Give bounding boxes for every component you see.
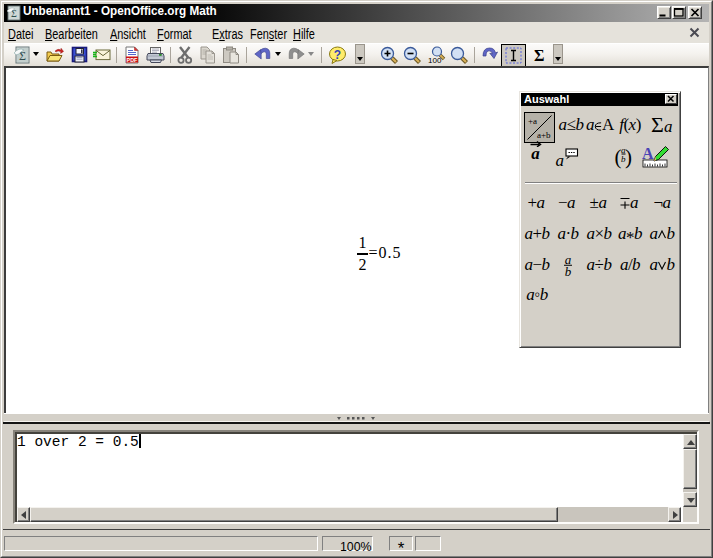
svg-text:100: 100 xyxy=(428,56,442,65)
svg-text:a+b: a+b xyxy=(537,130,551,140)
svg-text:+a: +a xyxy=(528,116,537,126)
svg-text:?: ? xyxy=(334,48,341,62)
svg-text:PDF: PDF xyxy=(127,57,138,63)
svg-text:A: A xyxy=(642,145,654,162)
